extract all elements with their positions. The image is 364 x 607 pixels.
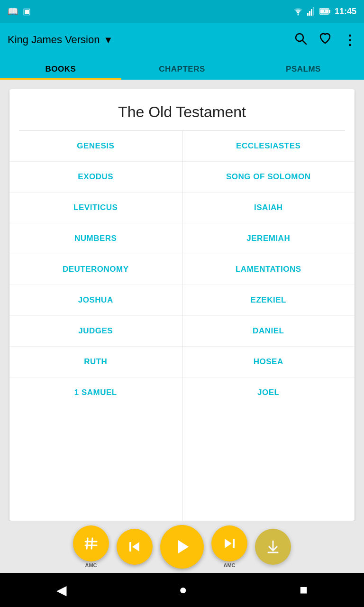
tab-chapters[interactable]: CHAPTERS <box>121 57 243 80</box>
favorite-icon[interactable] <box>318 32 332 48</box>
hash-label: AMC <box>85 562 97 568</box>
book-judges[interactable]: JUDGES <box>9 316 182 347</box>
navigation-bar: ◀ ● ■ <box>0 573 364 607</box>
book-numbers[interactable]: NUMBERS <box>9 223 182 254</box>
book-jeremiah[interactable]: JEREMIAH <box>182 223 355 254</box>
battery-icon <box>319 8 331 15</box>
books-column-left: GENESIS EXODUS LEVITICUS NUMBERS DEUTERO… <box>9 131 182 521</box>
book-ecclesiastes[interactable]: ECCLESIASTES <box>182 131 355 162</box>
book-daniel[interactable]: DANIEL <box>182 316 355 347</box>
testament-title: The Old Testament <box>9 89 355 130</box>
book-genesis[interactable]: GENESIS <box>9 131 182 162</box>
svg-marker-16 <box>178 540 189 553</box>
toolbar-left: King James Version ▼ <box>8 34 113 46</box>
previous-button[interactable] <box>117 529 153 565</box>
back-nav-icon[interactable]: ◀ <box>56 582 67 598</box>
book-lamentations[interactable]: LAMENTATIONS <box>182 254 355 285</box>
svg-marker-14 <box>132 542 139 552</box>
svg-rect-18 <box>233 539 235 548</box>
svg-point-0 <box>297 14 299 16</box>
svg-rect-4 <box>313 7 314 16</box>
book-exodus[interactable]: EXODUS <box>9 162 182 193</box>
search-icon[interactable] <box>294 32 307 48</box>
svg-marker-17 <box>225 539 232 548</box>
play-btn-wrapper <box>160 525 204 569</box>
books-grid: GENESIS EXODUS LEVITICUS NUMBERS DEUTERO… <box>9 131 355 521</box>
next-button[interactable] <box>211 525 247 561</box>
play-button[interactable] <box>160 525 204 569</box>
more-options-icon[interactable]: ⋮ <box>343 32 356 48</box>
status-icons-left: 📖 ▣ <box>8 6 31 17</box>
home-nav-icon[interactable]: ● <box>179 582 187 598</box>
book-1samuel[interactable]: 1 SAMUEL <box>9 377 182 408</box>
books-column-right: ECCLESIASTES SONG OF SOLOMON ISAIAH JERE… <box>182 131 355 521</box>
book-ruth[interactable]: RUTH <box>9 347 182 377</box>
book-song-of-solomon[interactable]: SONG OF SOLOMON <box>182 162 355 193</box>
book-joel[interactable]: JOEL <box>182 377 355 408</box>
tab-books[interactable]: BOOKS <box>0 57 121 80</box>
book-leviticus[interactable]: LEVITICUS <box>9 193 182 223</box>
svg-rect-15 <box>129 542 131 552</box>
sd-card-icon: ▣ <box>23 6 31 17</box>
book-deuteronomy[interactable]: DEUTERONOMY <box>9 254 182 285</box>
player-bar: AMC AMC <box>0 521 364 573</box>
time-display: 11:45 <box>335 7 356 17</box>
signal-icon <box>307 7 316 16</box>
svg-rect-3 <box>311 9 312 16</box>
tab-psalms[interactable]: PSALMS <box>243 57 364 80</box>
hash-btn-wrapper: AMC <box>73 525 109 568</box>
download-btn-wrapper <box>255 529 291 565</box>
book-isaiah[interactable]: ISAIAH <box>182 193 355 223</box>
recents-nav-icon[interactable]: ■ <box>300 582 308 598</box>
wifi-icon <box>293 7 303 16</box>
version-label: King James Version <box>8 34 100 46</box>
book-status-icon: 📖 <box>8 6 18 17</box>
tab-bar: BOOKS CHAPTERS PSALMS <box>0 57 364 80</box>
svg-line-10 <box>87 538 88 549</box>
prev-btn-wrapper <box>117 529 153 565</box>
svg-rect-1 <box>307 13 309 16</box>
next-label: AMC <box>223 562 235 568</box>
hash-button[interactable] <box>73 525 109 561</box>
status-bar: 📖 ▣ 11:45 <box>0 0 364 23</box>
svg-rect-6 <box>329 10 330 13</box>
svg-line-9 <box>302 40 306 44</box>
toolbar-actions: ⋮ <box>294 32 356 48</box>
svg-line-11 <box>91 538 92 549</box>
svg-rect-2 <box>309 11 310 16</box>
version-dropdown-icon[interactable]: ▼ <box>103 35 113 46</box>
next-btn-wrapper: AMC <box>211 525 247 568</box>
toolbar: King James Version ▼ ⋮ <box>0 23 364 57</box>
main-content: The Old Testament GENESIS EXODUS LEVITIC… <box>0 80 364 521</box>
books-card: The Old Testament GENESIS EXODUS LEVITIC… <box>9 89 355 521</box>
book-joshua[interactable]: JOSHUA <box>9 285 182 316</box>
status-icons-right: 11:45 <box>293 7 356 17</box>
book-hosea[interactable]: HOSEA <box>182 347 355 377</box>
download-button[interactable] <box>255 529 291 565</box>
book-ezekiel[interactable]: EZEKIEL <box>182 285 355 316</box>
